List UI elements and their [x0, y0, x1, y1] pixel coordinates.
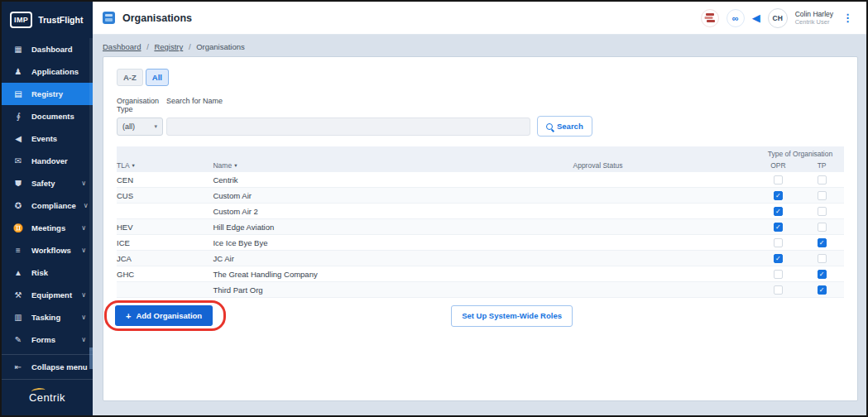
table-row[interactable]: HEVHill Edge Aviation✓	[117, 219, 844, 235]
column-header-tp: TP	[799, 161, 844, 170]
name-cell: The Great Handling Company	[213, 270, 573, 279]
table-row[interactable]: CUSCustom Air✓	[117, 188, 844, 204]
annotation-highlight: + Add Organisation	[104, 300, 226, 331]
opr-checkbox[interactable]: ✓	[774, 254, 783, 263]
applications-icon: ♟	[12, 67, 24, 76]
tab-a-z[interactable]: A-Z	[117, 69, 143, 86]
table-row[interactable]: Custom Air 2✓	[117, 204, 844, 219]
setup-system-wide-roles-button[interactable]: Set Up System-Wide Roles	[451, 305, 573, 327]
table-row[interactable]: GHCThe Great Handling Company✓	[117, 266, 844, 282]
sidebar-item-label: Registry	[31, 89, 63, 98]
sidebar-item-tasking[interactable]: ▥Tasking∨	[2, 306, 93, 328]
topbar: Organisations ∞ ◀ CH Colin Harley Centri…	[93, 2, 866, 35]
opr-checkbox[interactable]: ✓	[774, 207, 783, 216]
tp-checkbox[interactable]: ✓	[818, 238, 827, 247]
tp-checkbox[interactable]	[818, 207, 827, 216]
chevron-down-icon: ∨	[81, 314, 86, 321]
opr-cell	[756, 285, 799, 295]
sidebar-item-compliance[interactable]: ✪Compliance∨	[2, 194, 93, 217]
link-icon[interactable]: ∞	[727, 9, 745, 27]
tp-checkbox[interactable]	[818, 254, 827, 263]
opr-checkbox[interactable]	[774, 238, 783, 247]
search-button[interactable]: Search	[537, 116, 592, 137]
sidebar-item-label: Equipment	[31, 290, 72, 300]
sort-caret-icon: ▾	[234, 162, 237, 169]
opr-cell: ✓	[756, 206, 799, 216]
organisations-icon	[103, 12, 115, 24]
opr-checkbox[interactable]	[774, 175, 783, 185]
tab-all[interactable]: All	[146, 69, 169, 86]
user-menu[interactable]: Colin Harley Centrik User	[795, 10, 833, 26]
breadcrumb-link-registry[interactable]: Registry	[154, 42, 183, 51]
search-input[interactable]	[166, 117, 530, 136]
opr-checkbox[interactable]: ✓	[774, 191, 783, 200]
sidebar-item-handover[interactable]: ✉Handover	[2, 150, 93, 172]
sidebar-item-safety[interactable]: ☗Safety∨	[2, 172, 93, 194]
tp-cell	[799, 222, 844, 232]
add-organisation-button[interactable]: + Add Organisation	[115, 305, 213, 326]
filter-labels: Organisation Type Search for Name	[117, 97, 844, 113]
sidebar-item-events[interactable]: ◀Events	[2, 127, 93, 150]
sidebar-item-label: Meetings	[31, 223, 65, 232]
centrik-logo: Centrik	[2, 380, 93, 415]
opr-checkbox[interactable]	[774, 285, 783, 295]
opr-checkbox[interactable]: ✓	[774, 223, 783, 232]
name-cell: JC Air	[213, 254, 573, 263]
column-header-row: TLA ▾ Name ▾ Approval Status OPR	[117, 159, 844, 172]
table-row[interactable]: Third Part Org✓	[117, 282, 844, 298]
sidebar-item-workflows[interactable]: ≡Workflows∨	[2, 239, 93, 261]
sidebar-item-label: Workflows	[31, 246, 71, 255]
kebab-menu-icon[interactable]: ⋮	[841, 12, 855, 24]
opr-checkbox[interactable]	[774, 270, 783, 279]
tp-checkbox[interactable]: ✓	[818, 285, 827, 295]
tp-cell: ✓	[799, 237, 844, 247]
tp-checkbox[interactable]	[818, 223, 827, 232]
sidebar-item-label: Compliance	[31, 201, 76, 210]
avatar[interactable]: CH	[768, 8, 788, 28]
collapse-menu-button[interactable]: ⇤ Collapse menu	[2, 355, 93, 379]
sidebar-item-registry[interactable]: ▤Registry	[2, 83, 93, 105]
breadcrumb-link-dashboard[interactable]: Dashboard	[103, 42, 141, 51]
tp-checkbox[interactable]	[818, 175, 827, 185]
table-row[interactable]: ICEIce Ice Bye Bye✓	[117, 235, 844, 251]
tp-checkbox[interactable]	[818, 191, 827, 200]
column-header-name[interactable]: Name ▾	[213, 161, 573, 170]
sidebar-item-risk[interactable]: ▲Risk	[2, 261, 93, 284]
tla-cell: CUS	[117, 191, 213, 200]
name-cell: Centrik	[213, 175, 573, 185]
megaphone-icon[interactable]: ◀	[752, 12, 760, 23]
sidebar-scrollbar[interactable]	[89, 38, 93, 351]
name-cell: Third Part Org	[213, 285, 573, 295]
sidebar-item-forms[interactable]: ✎Forms∨	[2, 328, 93, 351]
user-name: Colin Harley	[795, 10, 833, 19]
sidebar-item-label: Dashboard	[31, 45, 73, 54]
meetings-icon: ♊	[12, 223, 24, 232]
chevron-down-icon: ∨	[81, 336, 86, 343]
table-row[interactable]: JCAJC Air✓	[117, 251, 844, 266]
column-header-tla[interactable]: TLA ▾	[117, 161, 213, 170]
organisations-table: Type of Organisation TLA ▾ Name ▾ Approv…	[117, 146, 844, 298]
sidebar-item-meetings[interactable]: ♊Meetings∨	[2, 217, 93, 239]
search-for-name-label: Search for Name	[166, 97, 223, 113]
search-button-label: Search	[557, 122, 583, 131]
user-role: Centrik User	[795, 18, 833, 26]
chevron-down-icon: ▾	[154, 123, 157, 130]
imp-badge-icon: IMP	[10, 12, 32, 28]
table-row[interactable]: CENCentrik	[117, 172, 844, 188]
tasking-icon: ▥	[12, 313, 24, 322]
tp-cell: ✓	[799, 285, 844, 295]
sidebar-item-documents[interactable]: ∮Documents	[2, 105, 93, 127]
sidebar-item-label: Forms	[31, 335, 55, 344]
organisation-type-select[interactable]: (all) ▾	[117, 117, 163, 136]
sidebar-item-dashboard[interactable]: ▦Dashboard	[2, 38, 93, 60]
breadcrumb-current: Organisations	[196, 42, 245, 51]
sidebar-scrollbar-thumb[interactable]	[89, 348, 93, 369]
tp-checkbox[interactable]: ✓	[818, 270, 827, 279]
queue-icon[interactable]	[701, 9, 719, 27]
brand-name: TrustFlight	[38, 15, 83, 25]
tp-cell	[799, 175, 844, 185]
opr-cell: ✓	[756, 190, 799, 200]
sidebar-item-equipment[interactable]: ⚒Equipment∨	[2, 284, 93, 306]
sidebar-item-applications[interactable]: ♟Applications	[2, 60, 93, 83]
page-title: Organisations	[122, 12, 192, 24]
